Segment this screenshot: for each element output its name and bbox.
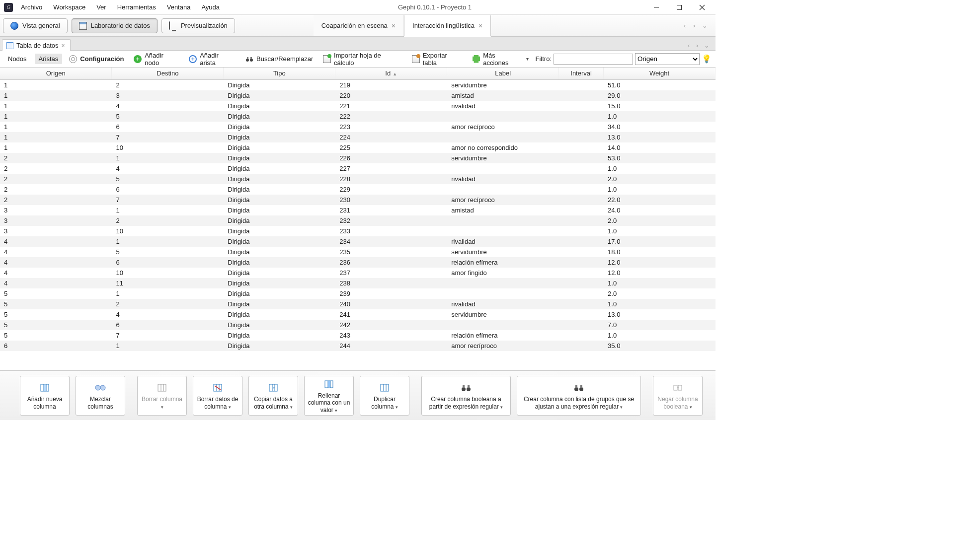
cell-weight[interactable]: 13.0 bbox=[604, 309, 716, 320]
cell-tipo[interactable]: Dirigida bbox=[224, 226, 335, 236]
cell-weight[interactable]: 51.0 bbox=[604, 79, 716, 90]
table-row[interactable]: 27Dirigida230amor recíproco22.0 bbox=[0, 195, 716, 205]
cell-interval[interactable] bbox=[559, 174, 604, 184]
create-list-regex-button[interactable]: Crear columna con lista de grupos que se… bbox=[517, 376, 641, 416]
cell-origen[interactable]: 1 bbox=[0, 90, 112, 101]
cell-label[interactable] bbox=[447, 111, 559, 122]
minimize-button[interactable] bbox=[645, 0, 668, 15]
cell-weight[interactable]: 2.0 bbox=[604, 288, 716, 299]
filter-column-select[interactable]: Origen bbox=[635, 53, 700, 65]
cell-interval[interactable] bbox=[559, 195, 604, 205]
delete-column-button[interactable]: Borrar columna ▾ bbox=[137, 376, 187, 416]
segment-aristas[interactable]: Aristas bbox=[35, 54, 63, 64]
cell-id[interactable]: 231 bbox=[335, 205, 447, 215]
cell-id[interactable]: 228 bbox=[335, 174, 447, 184]
cell-origen[interactable]: 5 bbox=[0, 320, 112, 330]
cell-tipo[interactable]: Dirigida bbox=[224, 101, 335, 111]
nav-dropdown-icon[interactable]: ⌄ bbox=[700, 21, 710, 30]
cell-weight[interactable]: 35.0 bbox=[604, 341, 716, 351]
cell-destino[interactable]: 7 bbox=[112, 195, 224, 205]
col-header-weight[interactable]: Weight bbox=[604, 68, 716, 79]
cell-interval[interactable] bbox=[559, 330, 604, 341]
mode-preview-button[interactable]: Previsualización bbox=[161, 18, 235, 33]
cell-destino[interactable]: 3 bbox=[112, 90, 224, 101]
cell-origen[interactable]: 4 bbox=[0, 268, 112, 278]
cell-origen[interactable]: 1 bbox=[0, 111, 112, 122]
cell-tipo[interactable]: Dirigida bbox=[224, 288, 335, 299]
table-row[interactable]: 14Dirigida221rivalidad15.0 bbox=[0, 101, 716, 111]
create-bool-regex-button[interactable]: Crear columna booleana a partir de expre… bbox=[421, 376, 511, 416]
cell-label[interactable]: amor fingido bbox=[447, 268, 559, 278]
cell-tipo[interactable]: Dirigida bbox=[224, 163, 335, 174]
cell-origen[interactable]: 5 bbox=[0, 299, 112, 309]
cell-tipo[interactable]: Dirigida bbox=[224, 341, 335, 351]
mode-datalab-button[interactable]: Laboratorio de datos bbox=[72, 18, 158, 33]
cell-destino[interactable]: 6 bbox=[112, 320, 224, 330]
cell-origen[interactable]: 2 bbox=[0, 174, 112, 184]
cell-id[interactable]: 243 bbox=[335, 330, 447, 341]
cell-destino[interactable]: 2 bbox=[112, 299, 224, 309]
cell-weight[interactable]: 53.0 bbox=[604, 153, 716, 163]
cell-interval[interactable] bbox=[559, 79, 604, 90]
cell-weight[interactable]: 34.0 bbox=[604, 122, 716, 132]
cell-origen[interactable]: 1 bbox=[0, 101, 112, 111]
cell-tipo[interactable]: Dirigida bbox=[224, 174, 335, 184]
cell-origen[interactable]: 4 bbox=[0, 236, 112, 247]
cell-tipo[interactable]: Dirigida bbox=[224, 215, 335, 226]
cell-tipo[interactable]: Dirigida bbox=[224, 320, 335, 330]
cell-weight[interactable]: 22.0 bbox=[604, 195, 716, 205]
cell-interval[interactable] bbox=[559, 122, 604, 132]
cell-origen[interactable]: 2 bbox=[0, 153, 112, 163]
cell-tipo[interactable]: Dirigida bbox=[224, 205, 335, 215]
cell-interval[interactable] bbox=[559, 111, 604, 122]
cell-id[interactable]: 240 bbox=[335, 299, 447, 309]
cell-label[interactable]: amistad bbox=[447, 90, 559, 101]
nav-next-icon[interactable]: › bbox=[691, 21, 697, 30]
cell-label[interactable]: amistad bbox=[447, 205, 559, 215]
cell-origen[interactable]: 4 bbox=[0, 247, 112, 257]
menu-archivo[interactable]: Archivo bbox=[16, 1, 47, 13]
cell-interval[interactable] bbox=[559, 163, 604, 174]
cell-destino[interactable]: 5 bbox=[112, 111, 224, 122]
cell-destino[interactable]: 5 bbox=[112, 174, 224, 184]
cell-weight[interactable]: 1.0 bbox=[604, 278, 716, 288]
import-spreadsheet-button[interactable]: Importar hoja de cálculo bbox=[320, 50, 405, 68]
nav-next-icon[interactable]: › bbox=[694, 41, 700, 50]
cell-tipo[interactable]: Dirigida bbox=[224, 268, 335, 278]
cell-weight[interactable]: 2.0 bbox=[604, 215, 716, 226]
col-header-interval[interactable]: Interval bbox=[559, 68, 604, 79]
cell-id[interactable]: 233 bbox=[335, 226, 447, 236]
merge-columns-button[interactable]: Mezclar columnas bbox=[76, 376, 125, 416]
cell-destino[interactable]: 6 bbox=[112, 184, 224, 195]
table-row[interactable]: 31Dirigida231amistad24.0 bbox=[0, 205, 716, 215]
cell-weight[interactable]: 17.0 bbox=[604, 236, 716, 247]
cell-destino[interactable]: 7 bbox=[112, 132, 224, 142]
cell-origen[interactable]: 5 bbox=[0, 330, 112, 341]
cell-destino[interactable]: 10 bbox=[112, 226, 224, 236]
cell-id[interactable]: 234 bbox=[335, 236, 447, 247]
cell-weight[interactable]: 1.0 bbox=[604, 184, 716, 195]
cell-weight[interactable]: 1.0 bbox=[604, 163, 716, 174]
col-header-origen[interactable]: Origen bbox=[0, 68, 112, 79]
table-row[interactable]: 32Dirigida2322.0 bbox=[0, 215, 716, 226]
cell-label[interactable] bbox=[447, 320, 559, 330]
cell-id[interactable]: 232 bbox=[335, 215, 447, 226]
cell-interval[interactable] bbox=[559, 278, 604, 288]
cell-weight[interactable]: 7.0 bbox=[604, 320, 716, 330]
cell-label[interactable] bbox=[447, 226, 559, 236]
cell-label[interactable]: servidumbre bbox=[447, 247, 559, 257]
cell-weight[interactable]: 24.0 bbox=[604, 205, 716, 215]
cell-origen[interactable]: 1 bbox=[0, 142, 112, 153]
cell-origen[interactable]: 5 bbox=[0, 288, 112, 299]
cell-destino[interactable]: 2 bbox=[112, 79, 224, 90]
cell-weight[interactable]: 1.0 bbox=[604, 111, 716, 122]
cell-origen[interactable]: 5 bbox=[0, 309, 112, 320]
cell-tipo[interactable]: Dirigida bbox=[224, 90, 335, 101]
cell-weight[interactable]: 1.0 bbox=[604, 330, 716, 341]
close-icon[interactable]: × bbox=[478, 22, 482, 30]
cell-id[interactable]: 244 bbox=[335, 341, 447, 351]
cell-destino[interactable]: 1 bbox=[112, 341, 224, 351]
cell-weight[interactable]: 14.0 bbox=[604, 142, 716, 153]
cell-label[interactable]: amor no correspondido bbox=[447, 142, 559, 153]
cell-label[interactable]: rivalidad bbox=[447, 299, 559, 309]
